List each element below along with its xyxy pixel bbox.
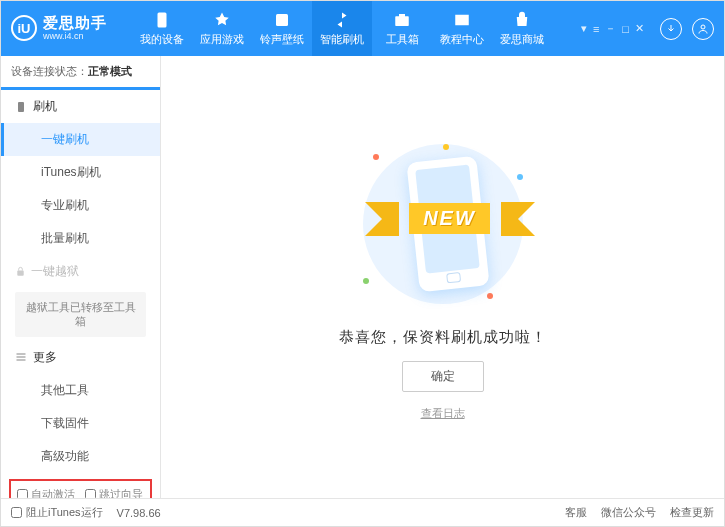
- lock-icon: [15, 266, 26, 277]
- footer: 阻止iTunes运行 V7.98.66 客服 微信公众号 检查更新: [1, 498, 724, 526]
- sidebar-section-more[interactable]: 更多: [1, 341, 160, 374]
- sidebar-item-batch[interactable]: 批量刷机: [1, 222, 160, 255]
- nav-store[interactable]: 爱思商城: [492, 1, 552, 56]
- footer-wechat[interactable]: 微信公众号: [601, 505, 656, 520]
- maximize-icon[interactable]: □: [622, 23, 629, 35]
- ok-button[interactable]: 确定: [402, 361, 484, 392]
- skip-guide-checkbox[interactable]: 跳过向导: [85, 487, 143, 498]
- jailbreak-note: 越狱工具已转移至工具箱: [15, 292, 146, 337]
- sidebar-item-advanced[interactable]: 高级功能: [1, 440, 160, 473]
- sidebar-item-oneclick[interactable]: 一键刷机: [1, 123, 160, 156]
- success-message: 恭喜您，保资料刷机成功啦！: [339, 328, 547, 347]
- svg-rect-6: [17, 271, 23, 276]
- nav-my-device[interactable]: 我的设备: [132, 1, 192, 56]
- sidebar-item-othertools[interactable]: 其他工具: [1, 374, 160, 407]
- download-button[interactable]: [660, 18, 682, 40]
- svg-point-4: [701, 25, 705, 29]
- flash-icon: [15, 101, 27, 113]
- connection-status: 设备连接状态：正常模式: [1, 56, 160, 88]
- version-label: V7.98.66: [117, 507, 161, 519]
- sidebar: 设备连接状态：正常模式 刷机 一键刷机 iTunes刷机 专业刷机 批量刷机 一…: [1, 56, 161, 498]
- user-button[interactable]: [692, 18, 714, 40]
- svg-rect-0: [158, 12, 167, 27]
- footer-support[interactable]: 客服: [565, 505, 587, 520]
- close-icon[interactable]: ✕: [635, 22, 644, 35]
- nav-flash[interactable]: 智能刷机: [312, 1, 372, 56]
- list-icon[interactable]: ≡: [593, 23, 599, 35]
- menu-icon[interactable]: ▾: [581, 22, 587, 35]
- logo-icon: iU: [11, 15, 37, 41]
- svg-rect-8: [17, 357, 26, 358]
- block-itunes-checkbox[interactable]: 阻止iTunes运行: [11, 505, 103, 520]
- success-illustration: NEW: [353, 134, 533, 314]
- svg-rect-1: [276, 14, 288, 26]
- svg-rect-7: [17, 354, 26, 355]
- auto-activate-checkbox[interactable]: 自动激活: [17, 487, 75, 498]
- sidebar-item-itunes[interactable]: iTunes刷机: [1, 156, 160, 189]
- view-log-link[interactable]: 查看日志: [421, 406, 465, 421]
- top-nav: 我的设备 应用游戏 铃声壁纸 智能刷机 工具箱 教程中心 爱思商城: [132, 1, 581, 56]
- options-box: 自动激活 跳过向导: [9, 479, 152, 498]
- logo: iU 爱思助手 www.i4.cn: [11, 15, 107, 41]
- sidebar-section-jailbreak: 一键越狱: [1, 255, 160, 288]
- more-icon: [15, 351, 27, 363]
- svg-rect-5: [18, 102, 24, 112]
- svg-rect-3: [399, 14, 405, 17]
- main-content: NEW 恭喜您，保资料刷机成功啦！ 确定 查看日志: [161, 56, 724, 498]
- footer-update[interactable]: 检查更新: [670, 505, 714, 520]
- brand-name: 爱思助手: [43, 15, 107, 32]
- nav-toolbox[interactable]: 工具箱: [372, 1, 432, 56]
- nav-tutorials[interactable]: 教程中心: [432, 1, 492, 56]
- svg-rect-9: [17, 360, 26, 361]
- new-ribbon: NEW: [375, 202, 525, 236]
- brand-url: www.i4.cn: [43, 32, 107, 42]
- nav-apps[interactable]: 应用游戏: [192, 1, 252, 56]
- window-controls: ▾ ≡ － □ ✕: [581, 21, 644, 36]
- sidebar-section-flash[interactable]: 刷机: [1, 90, 160, 123]
- sidebar-item-firmware[interactable]: 下载固件: [1, 407, 160, 440]
- sidebar-item-pro[interactable]: 专业刷机: [1, 189, 160, 222]
- nav-ringtones[interactable]: 铃声壁纸: [252, 1, 312, 56]
- app-header: iU 爱思助手 www.i4.cn 我的设备 应用游戏 铃声壁纸 智能刷机 工具…: [1, 1, 724, 56]
- minimize-icon[interactable]: －: [605, 21, 616, 36]
- svg-rect-2: [395, 16, 409, 26]
